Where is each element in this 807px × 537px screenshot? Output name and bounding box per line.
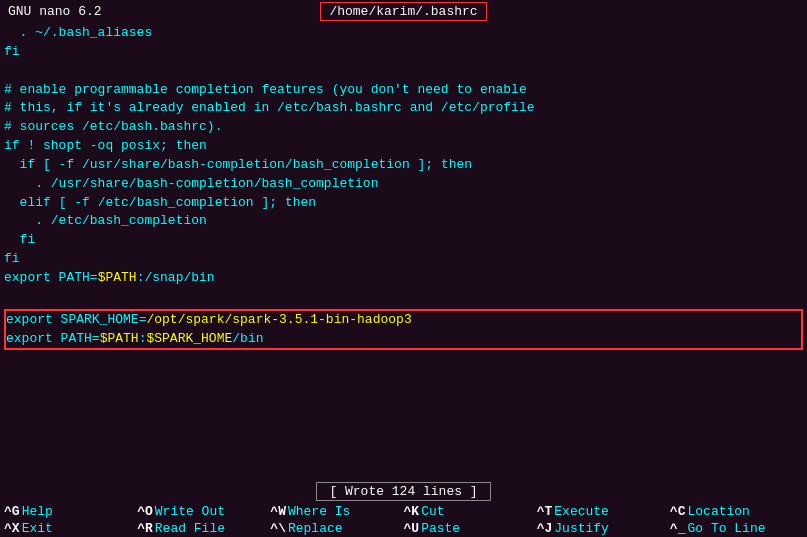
shortcut-key: ^W [270,504,286,519]
editor-line: elif [ -f /etc/bash_completion ]; then [4,194,803,213]
shortcut-label: Exit [22,521,53,536]
shortcut-key: ^_ [670,521,686,536]
shortcut-location[interactable]: ^C Location [670,504,803,519]
editor-line: fi [4,43,803,62]
shortcut-key: ^R [137,521,153,536]
editor-line [4,288,803,307]
editor-line [4,62,803,81]
editor-line: # sources /etc/bash.bashrc). [4,118,803,137]
shortcut-where-is[interactable]: ^W Where Is [270,504,403,519]
editor-line: fi [4,231,803,250]
editor-line: . /etc/bash_completion [4,212,803,231]
shortcut-key: ^T [537,504,553,519]
shortcut-key: ^K [404,504,420,519]
editor-line: export PATH=$PATH:$SPARK_HOME/bin [6,330,801,349]
editor-line: if ! shopt -oq posix; then [4,137,803,156]
shortcut-label: Read File [155,521,225,536]
shortcut-read-file[interactable]: ^R Read File [137,521,270,536]
shortcut-label: Cut [421,504,444,519]
shortcut-paste[interactable]: ^U Paste [404,521,537,536]
shortcut-key: ^U [404,521,420,536]
shortcut-label: Justify [554,521,609,536]
file-path: /home/karim/.bashrc [320,2,486,21]
shortcut-label: Execute [554,504,609,519]
editor-line: if [ -f /usr/share/bash-completion/bash_… [4,156,803,175]
shortcut-execute[interactable]: ^T Execute [537,504,670,519]
status-message: [ Wrote 124 lines ] [316,482,490,501]
header-bar: GNU nano 6.2 /home/karim/.bashrc GNU nan… [0,0,807,22]
shortcut-key: ^G [4,504,20,519]
shortcut-label: Location [687,504,749,519]
shortcut-exit[interactable]: ^X Exit [4,521,137,536]
editor-line: export PATH=$PATH:/snap/bin [4,269,803,288]
status-bar: [ Wrote 124 lines ] [0,480,807,503]
shortcut-replace[interactable]: ^\ Replace [270,521,403,536]
shortcut-label: Write Out [155,504,225,519]
highlighted-lines: export SPARK_HOME=/opt/spark/spark-3.5.1… [4,309,803,351]
shortcut-key: ^O [137,504,153,519]
shortcut-row-1: ^G Help ^O Write Out ^W Where Is ^K Cut … [0,503,807,520]
shortcut-row-2: ^X Exit ^R Read File ^\ Replace ^U Paste… [0,520,807,537]
shortcuts-panel: ^G Help ^O Write Out ^W Where Is ^K Cut … [0,503,807,537]
shortcut-key: ^J [537,521,553,536]
shortcut-key: ^\ [270,521,286,536]
shortcut-label: Replace [288,521,343,536]
shortcut-label: Go To Line [687,521,765,536]
editor-line: export SPARK_HOME=/opt/spark/spark-3.5.1… [6,311,801,330]
shortcut-label: Help [22,504,53,519]
editor-line: # this, if it's already enabled in /etc/… [4,99,803,118]
shortcut-help[interactable]: ^G Help [4,504,137,519]
shortcut-key: ^C [670,504,686,519]
editor-line: . ~/.bash_aliases [4,24,803,43]
editor-area: . ~/.bash_aliases fi # enable programmab… [0,22,807,480]
editor-line: # enable programmable completion feature… [4,81,803,100]
shortcut-cut[interactable]: ^K Cut [404,504,537,519]
app-name: GNU nano 6.2 [8,4,102,19]
shortcut-label: Paste [421,521,460,536]
editor-line: . /usr/share/bash-completion/bash_comple… [4,175,803,194]
shortcut-label: Where Is [288,504,350,519]
shortcut-go-to-line[interactable]: ^_ Go To Line [670,521,803,536]
shortcut-key: ^X [4,521,20,536]
header-right-spacer: GNU nano 6.2 [705,4,799,19]
shortcut-write-out[interactable]: ^O Write Out [137,504,270,519]
editor-line: fi [4,250,803,269]
shortcut-justify[interactable]: ^J Justify [537,521,670,536]
